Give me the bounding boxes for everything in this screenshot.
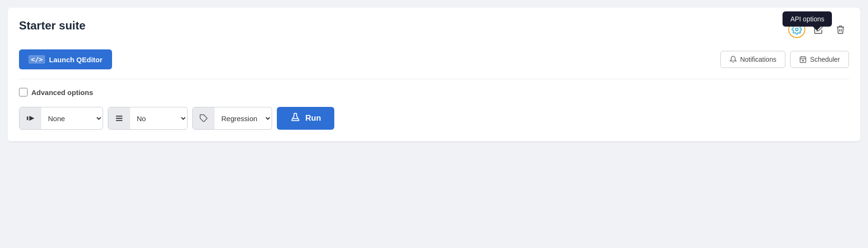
run-label: Run [305,114,321,123]
type-select-group: Regression Smoke Sanity Full [192,107,272,130]
record-select-group: None All Failures Only [19,107,103,130]
launch-qeditor-button[interactable]: </> Launch QEditor [19,49,112,69]
advanced-options-label[interactable]: Advanced options [31,88,93,96]
suite-title: Starter suite [19,19,85,32]
bell-icon [729,56,737,63]
bottom-divider [8,141,860,142]
controls-row: None All Failures Only No Yes [8,103,860,141]
delete-button[interactable] [832,21,849,38]
run-button[interactable]: Run [277,107,334,130]
api-options-tooltip-label: API options [790,15,824,23]
notifications-button[interactable]: Notifications [720,51,785,68]
notifications-label: Notifications [740,56,776,63]
svg-point-0 [795,28,798,31]
action-row: </> Launch QEditor Notifications [8,46,860,79]
record-select[interactable]: None All Failures Only [41,107,103,129]
api-options-tooltip: API options [783,11,832,27]
scheduler-button[interactable]: Scheduler [790,51,849,68]
tag-icon [193,107,215,129]
trash-icon [836,25,845,34]
svg-rect-7 [27,116,28,120]
launch-qeditor-label: Launch QEditor [49,56,103,64]
scheduler-label: Scheduler [810,56,840,63]
notify-scheduler-group: Notifications Scheduler [720,51,849,68]
flask-icon [290,112,301,125]
svg-marker-8 [29,116,35,121]
calendar-icon [799,56,807,63]
parallel-select[interactable]: No Yes [130,107,187,129]
header-row: Starter suite [8,8,860,46]
type-select[interactable]: Regression Smoke Sanity Full [215,107,272,129]
main-card: API options Starter suite [8,8,860,142]
advanced-options-checkbox[interactable] [19,88,28,96]
record-icon [19,107,41,129]
parallel-select-group: No Yes [108,107,188,130]
code-tag: </> [28,55,45,64]
parallel-icon [108,107,130,129]
advanced-options-row: Advanced options [8,79,860,103]
